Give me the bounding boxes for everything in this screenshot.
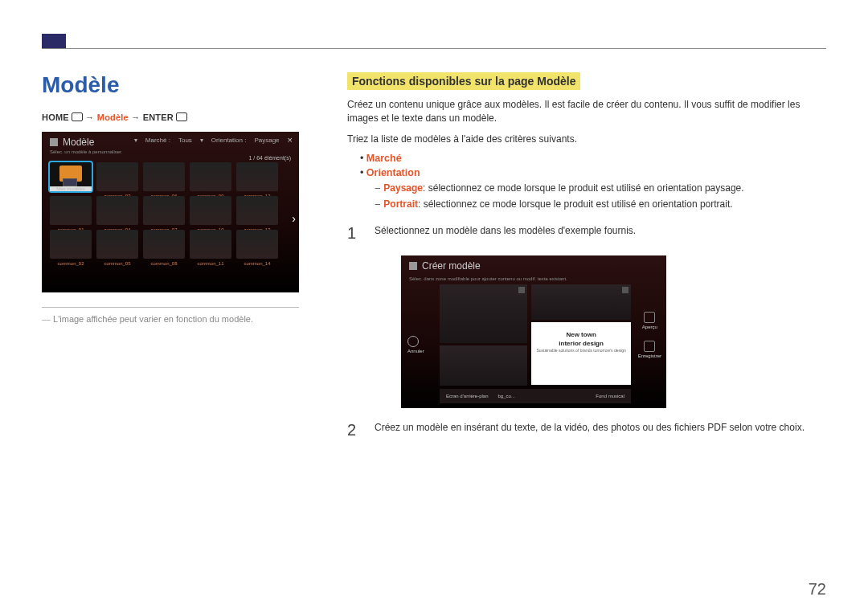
template-grid: Mes modèles common_03 common_06 common_0…: [50, 162, 291, 259]
template-cell[interactable]: common_07: [143, 196, 185, 225]
preview-label: Aperçu: [638, 325, 661, 329]
save-label: Enregistrer: [638, 353, 661, 358]
breadcrumb-arrow: →: [131, 112, 140, 122]
home-icon: [72, 112, 83, 121]
template-cell[interactable]: common_09: [190, 162, 231, 191]
template-label: common_02: [50, 261, 92, 266]
app-title: Modèle: [63, 137, 94, 148]
bullet-orientation: Orientation: [360, 167, 826, 178]
editor-title: Créer modèle: [422, 260, 481, 272]
canvas-slot-a[interactable]: [440, 284, 527, 343]
editor-right-controls: Aperçu Enregistrer: [638, 312, 661, 358]
canvas-slot-c[interactable]: New town interior design Sustainable sol…: [531, 322, 631, 385]
template-cell[interactable]: common_05: [96, 230, 138, 259]
step-number: 1: [347, 224, 360, 243]
bullet-market-label: Marché: [366, 153, 402, 164]
step-1-figure: Créer modèle Sélec. dans zone modifiable…: [347, 255, 826, 408]
media-icon: [622, 287, 628, 293]
template-cell[interactable]: common_02: [50, 230, 92, 259]
music-label[interactable]: Fond musical: [596, 394, 624, 398]
section-heading: Fonctions disponibles sur la page Modèle: [347, 72, 580, 90]
sub-paysage: Paysage: sélectionnez ce mode lorsque le…: [375, 182, 826, 195]
template-cell-my[interactable]: Mes modèles: [50, 162, 92, 191]
thumb-icon: [63, 178, 77, 186]
filter-market-label: Marché :: [145, 137, 170, 144]
editor-left-controls: Annuler: [407, 336, 424, 353]
enter-icon: [176, 112, 187, 121]
chapter-marker: [42, 34, 66, 48]
close-icon[interactable]: ×: [288, 135, 293, 145]
paysage-label: Paysage: [383, 182, 423, 194]
template-browser-screenshot: Modèle ▾ Marché : Tous ▾ Orientation : P…: [42, 132, 299, 292]
breadcrumb-current: Modèle: [97, 112, 129, 122]
separator: [42, 307, 299, 308]
canvas-slot-d[interactable]: [440, 345, 527, 386]
step-number: 2: [347, 421, 360, 439]
card-tiny: Sustainable solutions of brands tomorrow…: [531, 348, 631, 353]
editor-bottom-bar: Ecran d'arrière-plan bg_co... Fond music…: [440, 389, 631, 403]
breadcrumb-enter: ENTER: [143, 112, 174, 122]
top-rule: [42, 48, 826, 49]
breadcrumb-home: HOME: [42, 112, 69, 122]
template-cell[interactable]: common_11: [190, 230, 231, 259]
save-icon[interactable]: [644, 341, 655, 352]
sort-intro: Triez la liste de modèles à l'aide des c…: [347, 133, 826, 146]
bg-label[interactable]: Ecran d'arrière-plan: [446, 394, 489, 398]
template-label: common_14: [236, 261, 278, 266]
template-cell[interactable]: common_04: [96, 196, 138, 225]
page-number: 72: [809, 580, 826, 599]
chevron-down-icon[interactable]: ▾: [134, 137, 137, 144]
chevron-down-icon[interactable]: ▾: [200, 137, 203, 144]
template-cell[interactable]: common_12: [236, 162, 278, 191]
bullet-market: Marché: [360, 153, 826, 164]
template-label: common_11: [190, 261, 231, 266]
template-label: Mes modèles: [50, 186, 92, 191]
card-line2: interior design: [531, 339, 631, 348]
app-icon: [50, 138, 58, 146]
template-label: common_08: [143, 261, 185, 266]
card-line1: New town: [531, 330, 631, 339]
breadcrumb: HOME → Modèle → ENTER: [42, 112, 315, 122]
nav-right-icon[interactable]: ›: [292, 212, 296, 225]
filter-market-value[interactable]: Tous: [178, 137, 192, 144]
cancel-icon[interactable]: [407, 336, 419, 347]
page-title: Modèle: [42, 72, 315, 98]
sub-portrait: Portrait: sélectionnez ce mode lorsque l…: [375, 198, 826, 211]
right-column: Fonctions disponibles sur la page Modèle…: [347, 72, 826, 581]
portrait-text: : sélectionnez ce mode lorsque le produi…: [418, 198, 733, 210]
template-cell[interactable]: common_10: [190, 196, 231, 225]
breadcrumb-arrow: →: [85, 112, 94, 122]
bullet-orientation-label: Orientation: [366, 167, 420, 178]
app-subtitle: Sélec. un modèle à personnaliser.: [50, 149, 291, 154]
create-template-screenshot: Créer modèle Sélec. dans zone modifiable…: [401, 255, 666, 408]
left-column: Modèle HOME → Modèle → ENTER Modèle ▾ Ma…: [42, 72, 315, 581]
filter-bar: ▾ Marché : Tous ▾ Orientation : Paysage …: [134, 135, 293, 145]
media-icon: [518, 287, 525, 293]
template-cell[interactable]: common_13: [236, 196, 278, 225]
filter-orientation-value[interactable]: Paysage: [254, 137, 279, 144]
step-text: Créez un modèle en insérant du texte, de…: [375, 421, 805, 435]
step-1: 1 Sélectionnez un modèle dans les modèle…: [347, 224, 826, 243]
step-2: 2 Créez un modèle en insérant du texte, …: [347, 421, 826, 439]
app-icon: [409, 262, 417, 270]
editor-canvas: New town interior design Sustainable sol…: [440, 284, 631, 386]
intro-text: Créez un contenu unique grâce aux modèle…: [347, 98, 826, 126]
page-content: Modèle HOME → Modèle → ENTER Modèle ▾ Ma…: [42, 72, 826, 581]
item-count: 1 / 64 élément(s): [42, 155, 291, 161]
template-label: common_05: [96, 261, 138, 266]
paysage-text: : sélectionnez ce mode lorsque le produi…: [423, 182, 744, 194]
filter-orientation-label: Orientation :: [211, 137, 247, 144]
canvas-slot-b[interactable]: [531, 284, 631, 320]
template-cell[interactable]: common_01: [50, 196, 92, 225]
template-cell[interactable]: common_08: [143, 230, 185, 259]
preview-icon[interactable]: [644, 312, 655, 323]
bg-value: bg_co...: [498, 394, 515, 398]
template-cell[interactable]: common_03: [96, 162, 138, 191]
portrait-label: Portrait: [383, 198, 418, 210]
template-cell[interactable]: common_14: [236, 230, 278, 259]
step-text: Sélectionnez un modèle dans les modèles …: [375, 224, 636, 238]
editor-subtitle: Sélec. dans zone modifiable pour ajouter…: [409, 276, 666, 281]
template-cell[interactable]: common_06: [143, 162, 185, 191]
cancel-label: Annuler: [407, 349, 424, 353]
image-disclaimer: L'image affichée peut varier en fonction…: [42, 314, 315, 324]
